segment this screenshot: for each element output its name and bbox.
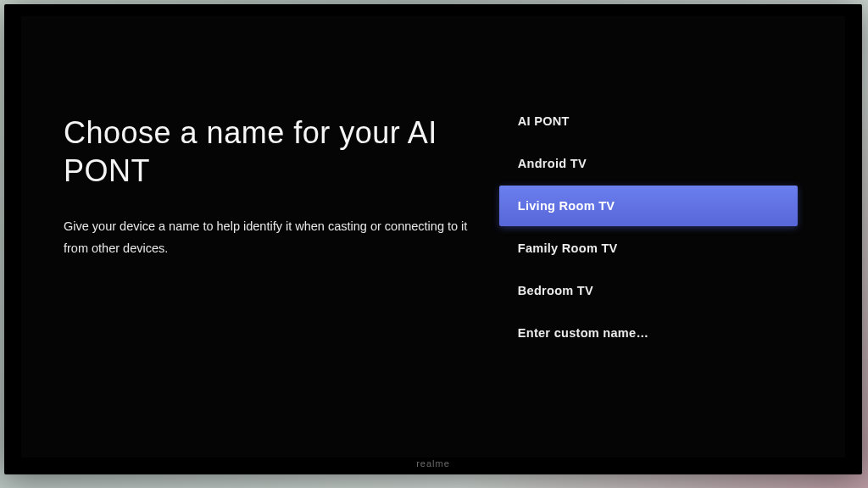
option-custom-name[interactable]: Enter custom name…: [499, 313, 798, 353]
option-bedroom-tv[interactable]: Bedroom TV: [499, 270, 798, 311]
option-living-room-tv[interactable]: Living Room TV: [499, 186, 798, 226]
device-name-options: AI PONT Android TV Living Room TV Family…: [499, 16, 845, 458]
brand-label: realme: [416, 458, 450, 469]
option-ai-pont[interactable]: AI PONT: [499, 101, 798, 141]
page-subtitle: Give your device a name to help identify…: [64, 215, 474, 259]
option-android-tv[interactable]: Android TV: [499, 143, 798, 184]
tv-frame: Choose a name for your AI PONT Give your…: [4, 4, 862, 474]
tv-screen: Choose a name for your AI PONT Give your…: [21, 16, 845, 458]
setup-text-pane: Choose a name for your AI PONT Give your…: [21, 16, 499, 458]
option-family-room-tv[interactable]: Family Room TV: [499, 228, 798, 269]
page-title: Choose a name for your AI PONT: [64, 114, 474, 190]
